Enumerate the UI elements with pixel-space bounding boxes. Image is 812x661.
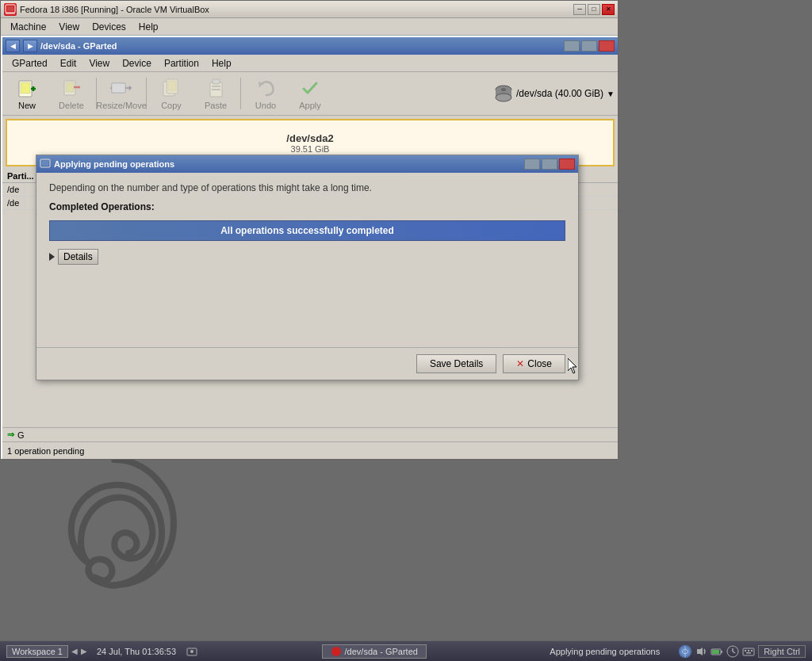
workspace-prev-icon[interactable]: ◀ bbox=[71, 647, 78, 655]
vbox-menu-machine[interactable]: Machine bbox=[4, 20, 52, 34]
disk-partition-size: 39.51 GiB bbox=[291, 144, 330, 154]
gparted-menu-gparted[interactable]: GParted bbox=[6, 56, 54, 71]
vbox-window-controls[interactable]: ─ □ ✕ bbox=[573, 4, 615, 15]
svg-point-21 bbox=[501, 88, 506, 91]
taskbar-status-text: Applying pending operations bbox=[550, 647, 660, 656]
dialog-progress-bar: All operations successfully completed bbox=[49, 220, 565, 241]
gparted-titlebar-left: ◀ ▶ /dev/sda - GParted bbox=[6, 40, 117, 52]
vbox-menubar: Machine View Devices Help bbox=[1, 18, 618, 36]
undo-button[interactable]: Undo bbox=[244, 74, 287, 113]
taskbar: Workspace 1 ◀ ▶ 24 Jul, Thu 01:36:53 /de… bbox=[0, 640, 812, 661]
screenshot-icon[interactable] bbox=[186, 645, 198, 658]
battery-icon[interactable] bbox=[710, 645, 723, 658]
svg-rect-35 bbox=[743, 648, 754, 655]
dialog-title: Applying pending operations bbox=[54, 159, 174, 169]
vbox-icon bbox=[4, 3, 17, 16]
vbox-menu-view[interactable]: View bbox=[52, 20, 86, 34]
gparted-menu-partition[interactable]: Partition bbox=[158, 56, 205, 71]
taskbar-sys-icons bbox=[679, 645, 755, 658]
status-text: 1 operation pending bbox=[7, 446, 84, 456]
disk-selector-label: /dev/sda (40.00 GiB) bbox=[516, 88, 603, 99]
dialog-body: Depending on the number and type of oper… bbox=[36, 173, 578, 347]
svg-rect-16 bbox=[212, 86, 220, 87]
paste-button-label: Paste bbox=[205, 101, 227, 110]
workspace-next-icon[interactable]: ▶ bbox=[81, 647, 87, 655]
apply-button-label: Apply bbox=[299, 101, 321, 110]
gparted-menu-view[interactable]: View bbox=[82, 56, 116, 71]
gparted-back-button[interactable]: ◀ bbox=[6, 40, 20, 52]
right-ctrl-button[interactable]: Right Ctrl bbox=[758, 645, 806, 658]
partition-row-1-name: /de bbox=[2, 184, 25, 195]
speaker-icon[interactable] bbox=[695, 645, 707, 658]
dialog-maximize-button[interactable] bbox=[542, 159, 557, 170]
gparted-menubar: GParted Edit View Device Partition Help bbox=[2, 55, 618, 72]
dialog-close-button[interactable] bbox=[559, 159, 575, 170]
gparted-minimize-button[interactable] bbox=[564, 40, 580, 52]
apply-icon bbox=[299, 77, 321, 99]
svg-rect-15 bbox=[213, 79, 220, 84]
new-button-label: New bbox=[18, 101, 36, 110]
svg-rect-23 bbox=[42, 161, 48, 166]
disk-selector[interactable]: /dev/sda (40.00 GiB) ▼ bbox=[494, 85, 615, 102]
paste-icon bbox=[205, 77, 227, 99]
svg-rect-36 bbox=[745, 650, 746, 651]
copy-button-label: Copy bbox=[161, 101, 182, 110]
toolbar-separator-3 bbox=[240, 78, 241, 109]
gparted-menu-help[interactable]: Help bbox=[205, 56, 238, 71]
new-partition-button[interactable]: New bbox=[6, 74, 48, 113]
paste-partition-button[interactable]: Paste bbox=[194, 74, 237, 113]
vbox-title: Fedora 18 i386 [Running] - Oracle VM Vir… bbox=[20, 5, 209, 14]
vbox-menu-devices[interactable]: Devices bbox=[86, 20, 132, 34]
close-label: Close bbox=[527, 358, 552, 369]
gparted-menu-device[interactable]: Device bbox=[116, 56, 158, 71]
keyboard-icon[interactable] bbox=[742, 645, 755, 658]
operation-row: ⇒ G bbox=[2, 427, 618, 441]
taskbar-center: /dev/sda - GParted bbox=[205, 644, 543, 659]
dialog-title-icon bbox=[40, 159, 51, 170]
resize-button-label: Resize/Move bbox=[96, 101, 147, 110]
applying-operations-dialog: Applying pending operations Depending on… bbox=[36, 155, 579, 380]
svg-point-20 bbox=[496, 94, 511, 101]
vbox-minimize-button[interactable]: ─ bbox=[573, 4, 586, 15]
svg-rect-4 bbox=[21, 82, 30, 94]
copy-icon bbox=[160, 77, 182, 99]
dialog-window-controls[interactable] bbox=[524, 159, 575, 170]
disk-selector-icon bbox=[494, 85, 513, 102]
gparted-window-controls[interactable] bbox=[564, 40, 615, 52]
save-details-label: Save Details bbox=[430, 358, 483, 369]
details-button[interactable]: Details bbox=[58, 249, 98, 265]
taskbar-gparted-window[interactable]: /dev/sda - GParted bbox=[322, 644, 427, 659]
vbox-titlebar: Fedora 18 i386 [Running] - Oracle VM Vir… bbox=[1, 1, 618, 18]
taskbar-datetime: 24 Jul, Thu 01:36:53 bbox=[90, 647, 182, 656]
vbox-maximize-button[interactable]: □ bbox=[588, 4, 600, 15]
gparted-maximize-button[interactable] bbox=[581, 40, 597, 52]
dialog-message: Depending on the number and type of oper… bbox=[49, 182, 565, 193]
save-details-button[interactable]: Save Details bbox=[416, 354, 496, 373]
vbox-close-button[interactable]: ✕ bbox=[602, 4, 615, 15]
col-partition: Parti... bbox=[2, 170, 40, 182]
svg-rect-10 bbox=[112, 83, 126, 93]
workspace-button[interactable]: Workspace 1 bbox=[6, 645, 68, 658]
copy-partition-button[interactable]: Copy bbox=[150, 74, 193, 113]
gparted-menu-edit[interactable]: Edit bbox=[54, 56, 83, 71]
network-icon[interactable] bbox=[679, 645, 691, 658]
disk-dropdown-arrow[interactable]: ▼ bbox=[607, 90, 615, 98]
delete-partition-button[interactable]: Delete bbox=[50, 74, 93, 113]
vbox-menu-help[interactable]: Help bbox=[132, 20, 165, 34]
details-expand-icon[interactable] bbox=[49, 253, 55, 261]
close-button[interactable]: ✕ Close bbox=[503, 354, 565, 373]
svg-rect-31 bbox=[712, 650, 719, 654]
taskbar-left: Workspace 1 ◀ ▶ 24 Jul, Thu 01:36:53 bbox=[0, 645, 205, 658]
dialog-progress-text: All operations successfully completed bbox=[220, 225, 394, 236]
debian-logo bbox=[35, 444, 193, 618]
dialog-details-row: Details bbox=[49, 249, 565, 265]
resize-partition-button[interactable]: Resize/Move bbox=[100, 74, 143, 113]
clock-icon[interactable] bbox=[726, 645, 739, 658]
dialog-minimize-button[interactable] bbox=[524, 159, 540, 170]
apply-button[interactable]: Apply bbox=[289, 74, 331, 113]
operation-arrow: ⇒ bbox=[7, 430, 14, 440]
svg-point-26 bbox=[331, 647, 341, 656]
gparted-forward-button[interactable]: ▶ bbox=[23, 40, 37, 52]
gparted-title: /dev/sda - GParted bbox=[40, 41, 117, 51]
gparted-close-button[interactable] bbox=[599, 40, 615, 52]
